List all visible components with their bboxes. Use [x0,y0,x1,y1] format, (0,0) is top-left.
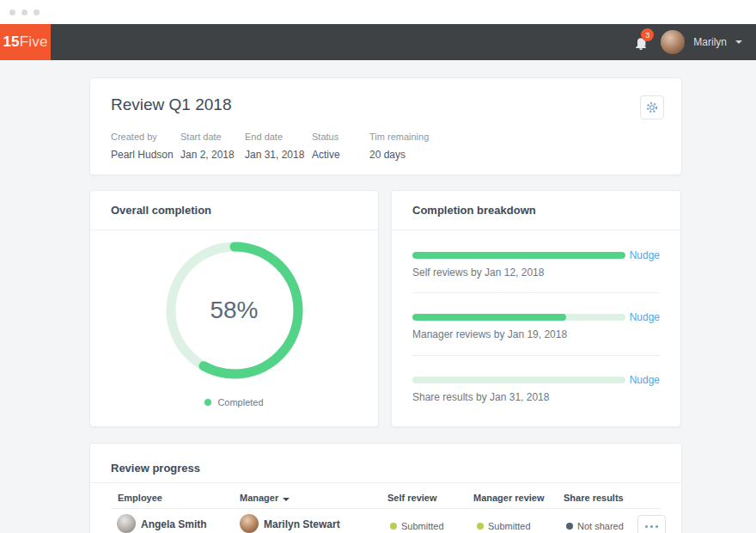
progress-track [412,252,625,259]
progress-track [412,314,625,321]
status-dot-icon [477,523,484,530]
column-header-manager-label: Manager [240,493,278,503]
meta-label: Start date [180,132,245,142]
divider [412,292,660,293]
column-header-manager[interactable]: Manager [240,493,290,503]
completion-percent: 58% [162,237,308,383]
review-progress-card: Review progress Employee Manager Self re… [89,443,682,533]
legend-dot-icon [204,399,211,406]
logo-bold-part: 15 [3,34,19,51]
manager-name[interactable]: Marilyn Stewart [264,518,340,530]
page-title: Review Q1 2018 [111,95,231,114]
overall-completion-card: Overall completion 58% Completed [89,190,379,427]
meta-label: Status [312,132,369,142]
column-header-employee: Employee [118,493,162,503]
card-title: Completion breakdown [392,191,680,230]
meta-label: Tim remaining [369,132,429,142]
row-more-options-button[interactable] [637,515,666,533]
review-summary-card: Review Q1 2018 Created by Pearl Hudson S… [89,77,682,175]
divider [412,355,660,356]
gear-icon [645,101,659,114]
notification-count-badge: 3 [641,28,654,41]
window-titlebar [0,0,756,24]
column-header-self-review: Self review [387,493,436,503]
window-controls[interactable] [9,9,40,15]
breakdown-row: Self reviews by Jan 12, 2018 Nudge [412,252,660,279]
status-dot-icon [390,523,397,530]
window-control-dot[interactable] [9,9,15,15]
card-title: Overall completion [90,191,378,230]
meta-value: 20 days [369,149,429,161]
completion-donut-chart: 58% [162,237,308,383]
settings-button[interactable] [640,95,664,119]
breakdown-row: Manager reviews by Jan 19, 2018 Nudge [412,314,660,340]
column-header-share-results: Share results [564,493,624,503]
breakdown-row: Share results by Jan 31, 2018 Nudge [412,377,660,403]
user-avatar[interactable] [661,30,685,54]
nudge-link[interactable]: Nudge [630,374,660,386]
app-window: 15Five 3 Marilyn Review Q1 2018 Created … [0,0,756,533]
completion-breakdown-card: Completion breakdown Self reviews by Jan… [391,190,681,427]
employee-name[interactable]: Angela Smith [141,518,207,530]
meta-value: Jan 2, 2018 [180,149,245,161]
review-meta: Created by Pearl Hudson Start date Jan 2… [111,132,429,161]
sort-descending-icon [283,498,290,501]
manager-review-status: Submitted [488,521,531,531]
logo-light-part: Five [20,34,48,51]
more-options-icon [645,525,648,528]
progress-fill [412,314,566,321]
window-control-dot[interactable] [34,9,40,15]
chevron-down-icon[interactable] [735,40,742,44]
divider [111,508,661,509]
15five-logo[interactable]: 15Five [0,24,51,60]
self-review-status: Submitted [401,521,444,531]
divider [90,482,681,483]
user-name[interactable]: Marilyn [693,36,727,48]
breakdown-label: Share results by Jan 31, 2018 [412,391,660,403]
meta-value: Jan 31, 2018 [245,149,312,161]
progress-fill [412,252,625,259]
nudge-link[interactable]: Nudge [630,311,660,323]
progress-track [412,377,625,383]
more-options-icon [650,525,653,528]
column-header-manager-review: Manager review [473,493,545,503]
card-title: Review progress [111,462,200,475]
meta-value: Active [312,149,369,161]
breakdown-label: Manager reviews by Jan 19, 2018 [412,328,660,340]
meta-label: Created by [111,132,180,142]
donut-legend: Completed [90,397,378,407]
nudge-link[interactable]: Nudge [630,249,660,261]
meta-value: Pearl Hudson [111,149,180,161]
meta-label: End date [245,132,312,142]
window-control-dot[interactable] [21,9,27,15]
app-header: 15Five 3 Marilyn [0,24,756,60]
breakdown-label: Self reviews by Jan 12, 2018 [412,266,660,279]
manager-avatar [240,514,259,533]
more-options-icon [655,525,658,528]
legend-label: Completed [217,397,263,407]
status-dot-icon [566,523,573,530]
employee-avatar [117,514,136,533]
notifications-button[interactable]: 3 [631,32,652,52]
share-results-status: Not shared [577,521,624,531]
